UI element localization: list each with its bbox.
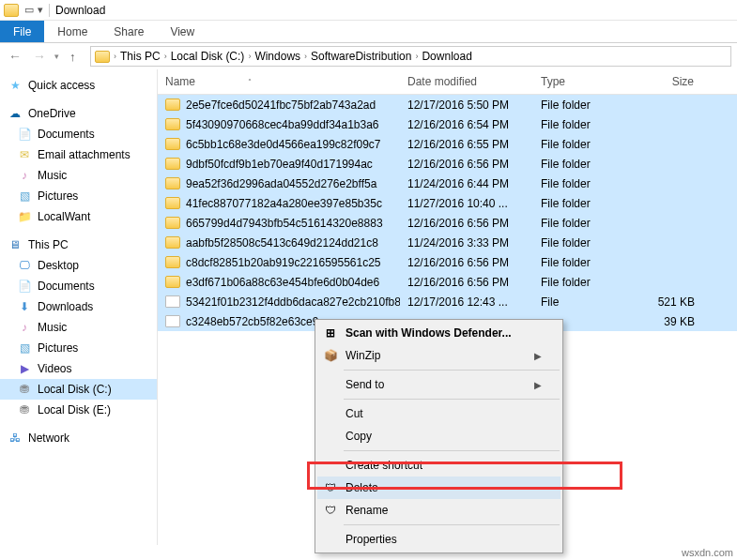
file-row[interactable]: 53421f01b2312f4ddb6daca827e2cb210fb8...1…: [158, 292, 737, 311]
file-type: File folder: [533, 118, 627, 131]
menu-item-cut[interactable]: Cut: [317, 402, 560, 425]
file-row[interactable]: 665799d4d7943bfb54c51614320e888312/16/20…: [158, 213, 737, 233]
folder-icon: [165, 197, 180, 209]
column-name[interactable]: Name˄: [158, 69, 400, 94]
file-date: 12/16/2016 6:55 PM: [400, 138, 533, 151]
up-button[interactable]: ↑: [69, 50, 84, 64]
file-row[interactable]: c8dcf82851b20ab919c2216595561c2512/16/20…: [158, 252, 737, 272]
sidebar-label: Local Disk (C:): [38, 383, 112, 396]
qat-dropdown-icon[interactable]: ▾: [38, 4, 43, 16]
forward-button[interactable]: →: [30, 49, 49, 64]
file-date: 12/17/2016 5:50 PM: [400, 98, 533, 112]
folder-icon: [165, 177, 180, 189]
file-row[interactable]: 9dbf50fcdf9b1eb70ea9f40d171994ac12/16/20…: [158, 154, 737, 174]
menu-item-scan-defender[interactable]: ⊞Scan with Windows Defender...: [317, 322, 560, 344]
ribbon-tabs: File Home Share View: [0, 21, 737, 43]
sidebar-label: Music: [38, 321, 67, 334]
file-tab[interactable]: File: [0, 21, 44, 42]
file-row[interactable]: 2e5e7fce6d50241fbc75bf2ab743a2ad12/17/20…: [158, 95, 737, 114]
file-type: File folder: [533, 98, 627, 112]
file-name: 9dbf50fcdf9b1eb70ea9f40d171994ac: [186, 158, 373, 171]
view-tab[interactable]: View: [157, 21, 207, 42]
menu-separator: [344, 450, 560, 451]
videos-icon: ▶: [17, 361, 32, 376]
sidebar-item-music[interactable]: ♪Music: [0, 165, 157, 186]
sidebar-item-pictures[interactable]: ▧Pictures: [0, 186, 157, 206]
sidebar-item-documents[interactable]: 📄Documents: [0, 124, 157, 144]
chevron-right-icon[interactable]: ›: [112, 52, 118, 61]
sidebar-item-desktop[interactable]: 🖵Desktop: [0, 255, 157, 276]
sidebar-label: Email attachments: [38, 148, 131, 161]
titlebar-divider: [49, 4, 50, 17]
home-tab[interactable]: Home: [44, 21, 100, 42]
chevron-right-icon[interactable]: ›: [302, 52, 309, 61]
menu-item-copy[interactable]: Copy: [317, 425, 560, 447]
menu-label: Copy: [345, 430, 372, 443]
sidebar-label: Local Disk (E:): [38, 403, 111, 416]
sidebar-item-pictures-pc[interactable]: ▧Pictures: [0, 338, 157, 358]
pictures-icon: ▧: [17, 341, 32, 356]
sidebar-quick-access[interactable]: ★Quick access: [0, 75, 157, 96]
file-date: 11/27/2016 10:40 ...: [400, 197, 533, 210]
file-row[interactable]: 5f43090970668cec4ba99ddf34a1b3a612/16/20…: [158, 114, 737, 134]
music-icon: ♪: [17, 168, 32, 183]
crumb-windows[interactable]: Windows: [254, 50, 300, 63]
folder-icon: 📁: [17, 209, 32, 224]
disk-icon: ⛃: [17, 382, 32, 397]
chevron-right-icon[interactable]: ›: [162, 52, 169, 61]
sidebar-item-local-disk-e[interactable]: ⛃Local Disk (E:): [0, 400, 157, 420]
sidebar-item-downloads[interactable]: ⬇Downloads: [0, 296, 157, 317]
sidebar-onedrive[interactable]: ☁OneDrive: [0, 103, 157, 124]
sidebar-item-videos[interactable]: ▶Videos: [0, 358, 157, 379]
column-name-label: Name: [165, 75, 195, 88]
crumb-this-pc[interactable]: This PC: [120, 50, 161, 63]
file-type: File folder: [533, 197, 627, 210]
sidebar-label: Videos: [38, 362, 71, 375]
file-row[interactable]: e3df671b06a88c63e454bfe6d0b04de612/16/20…: [158, 272, 737, 292]
file-date: 12/16/2016 6:56 PM: [400, 276, 533, 289]
file-type: File: [533, 295, 627, 309]
chevron-right-icon[interactable]: ›: [246, 52, 253, 61]
file-row[interactable]: 41fec887077182a4a280ee397e85b35c11/27/20…: [158, 193, 737, 213]
crumb-local-disk-c[interactable]: Local Disk (C:): [171, 50, 245, 63]
sidebar-label: Pictures: [38, 341, 78, 355]
menu-item-rename[interactable]: 🛡Rename: [317, 499, 560, 522]
history-dropdown-icon[interactable]: ▾: [54, 52, 64, 61]
back-button[interactable]: ←: [6, 49, 24, 64]
address-bar[interactable]: › This PC › Local Disk (C:) › Windows › …: [90, 46, 731, 67]
file-size: 39 KB: [627, 315, 702, 328]
file-row[interactable]: 6c5bb1c68e3de0d4566ea199c82f09c712/16/20…: [158, 134, 737, 154]
file-type: File folder: [533, 276, 627, 289]
sidebar-label: Downloads: [38, 300, 93, 313]
file-date: 12/16/2016 6:54 PM: [400, 118, 533, 131]
sidebar-item-local-disk-c[interactable]: ⛃Local Disk (C:): [0, 379, 157, 400]
column-date[interactable]: Date modified: [400, 69, 533, 94]
column-size[interactable]: Size: [627, 69, 702, 94]
menu-item-delete[interactable]: 🛡Delete: [317, 477, 560, 499]
sidebar-item-localwant[interactable]: 📁LocalWant: [0, 206, 157, 227]
sidebar-this-pc[interactable]: 🖥This PC: [0, 235, 157, 255]
menu-item-properties[interactable]: Properties: [317, 528, 560, 551]
sidebar-item-music-pc[interactable]: ♪Music: [0, 317, 157, 338]
crumb-download[interactable]: Download: [422, 50, 471, 63]
file-row[interactable]: 9ea52f36d2996ada04552d276e2bff5a11/24/20…: [158, 174, 737, 193]
shield-icon: 🛡: [323, 504, 338, 517]
menu-item-create-shortcut[interactable]: Create shortcut: [317, 454, 560, 477]
sidebar-network[interactable]: 🖧Network: [0, 428, 157, 448]
sidebar-item-documents-pc[interactable]: 📄Documents: [0, 276, 157, 296]
sidebar-item-email-attachments[interactable]: ✉Email attachments: [0, 144, 157, 165]
crumb-softwaredistribution[interactable]: SoftwareDistribution: [311, 50, 411, 63]
menu-label: WinZip: [345, 349, 380, 362]
column-headers: Name˄ Date modified Type Size: [158, 69, 737, 95]
qat-props-icon[interactable]: ▭: [24, 4, 34, 16]
chevron-right-icon[interactable]: ›: [413, 52, 420, 61]
menu-item-send-to[interactable]: Send to▶: [317, 373, 560, 396]
desktop-icon: 🖵: [17, 258, 32, 273]
menu-item-winzip[interactable]: 📦WinZip▶: [317, 344, 560, 367]
share-tab[interactable]: Share: [100, 21, 157, 42]
watermark: wsxdn.com: [682, 547, 733, 558]
file-name: 9ea52f36d2996ada04552d276e2bff5a: [186, 177, 376, 190]
column-type[interactable]: Type: [533, 69, 627, 94]
sidebar-label: Quick access: [28, 79, 95, 92]
file-row[interactable]: aabfb5f28508c5413c649d2124dd21c811/24/20…: [158, 233, 737, 252]
